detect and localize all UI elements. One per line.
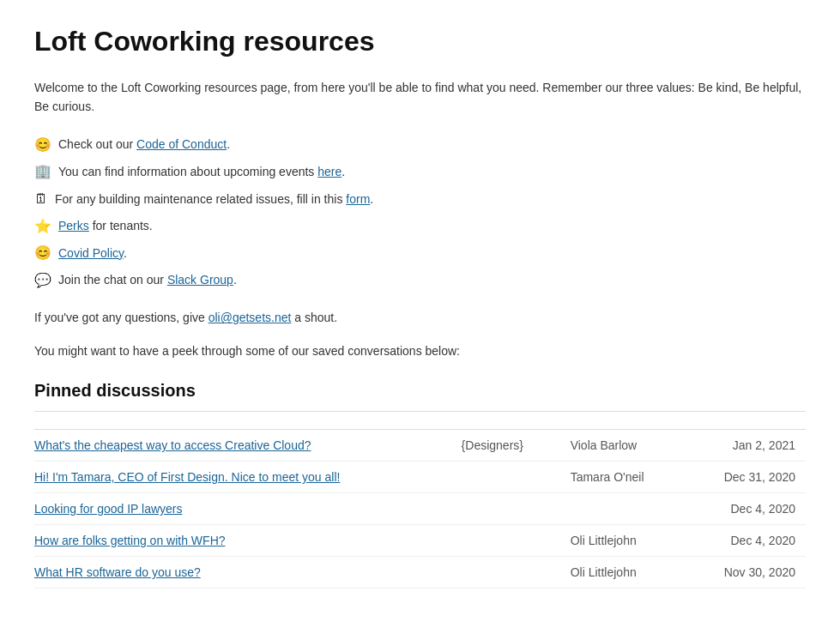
list-item-maintenance: 🗓 For any building maintenance related i… — [34, 188, 806, 210]
list-item-covid: 😊 Covid Policy. — [34, 242, 806, 264]
discussion-date: Dec 4, 2020 — [685, 525, 806, 557]
intro-paragraph: Welcome to the Loft Coworking resources … — [34, 78, 806, 117]
star-icon: ⭐ — [34, 215, 51, 238]
discussion-link[interactable]: Looking for good IP lawyers — [34, 502, 183, 516]
discussion-date: Dec 31, 2020 — [685, 462, 806, 493]
resource-list: 😊 Check out our Code of Conduct. 🏢 You c… — [34, 134, 806, 292]
list-item-events: 🏢 You can find information about upcomin… — [34, 160, 806, 183]
discussion-link[interactable]: How are folks getting on with WFH? — [34, 534, 226, 547]
peek-paragraph: You might want to have a peek through so… — [34, 341, 806, 360]
discussion-category — [451, 557, 560, 589]
discussion-date: Nov 30, 2020 — [685, 557, 806, 589]
list-item-slack: 💬 Join the chat on our Slack Group. — [34, 269, 806, 292]
covid-icon: 😊 — [34, 242, 51, 264]
table-row: Hi! I'm Tamara, CEO of First Design. Nic… — [34, 462, 806, 493]
discussion-date: Jan 2, 2021 — [685, 430, 806, 462]
discussions-table: Title What's the cheapest way to access … — [34, 411, 806, 589]
discussion-category: {Designers} — [451, 430, 560, 462]
discussion-category — [451, 525, 560, 557]
table-row: Looking for good IP lawyersDec 4, 2020 — [34, 493, 806, 525]
discussion-category — [451, 493, 560, 525]
discussion-date: Dec 4, 2020 — [685, 493, 806, 525]
discussion-link[interactable]: Hi! I'm Tamara, CEO of First Design. Nic… — [34, 470, 340, 484]
code-of-conduct-link[interactable]: Code of Conduct — [136, 137, 227, 151]
perks-link[interactable]: Perks — [58, 219, 89, 232]
discussion-link[interactable]: What's the cheapest way to access Creati… — [34, 438, 311, 452]
list-item-code-of-conduct: 😊 Check out our Code of Conduct. — [34, 134, 806, 156]
covid-policy-link[interactable]: Covid Policy — [58, 246, 124, 260]
smiley-icon: 😊 — [34, 134, 51, 156]
discussion-author: Tamara O'neil — [560, 462, 685, 493]
table-row: What's the cheapest way to access Creati… — [34, 430, 806, 462]
discussion-category — [451, 462, 560, 493]
discussion-link[interactable]: What HR software do you use? — [34, 565, 201, 579]
table-row: How are folks getting on with WFH?Oli Li… — [34, 525, 806, 557]
table-header-row: Title — [34, 412, 806, 430]
table-row: What HR software do you use?Oli Littlejo… — [34, 557, 806, 589]
discussion-author: Oli Littlejohn — [560, 557, 685, 589]
maintenance-form-link[interactable]: form — [346, 192, 370, 206]
calendar-icon: 🗓 — [34, 188, 48, 210]
email-link[interactable]: oli@getsets.net — [208, 311, 292, 324]
pinned-discussions-heading: Pinned discussions — [34, 381, 806, 401]
page-title: Loft Coworking resources — [34, 26, 806, 57]
discussion-author: Oli Littlejohn — [560, 525, 685, 557]
events-link[interactable]: here — [317, 165, 341, 178]
contact-paragraph: If you've got any questions, give oli@ge… — [34, 308, 806, 327]
discussion-author: Viola Barlow — [560, 430, 685, 462]
list-item-perks: ⭐ Perks for tenants. — [34, 215, 806, 238]
building-icon: 🏢 — [34, 160, 51, 183]
discussion-author — [560, 493, 685, 525]
slack-group-link[interactable]: Slack Group — [167, 273, 233, 287]
chat-icon: 💬 — [34, 269, 51, 292]
